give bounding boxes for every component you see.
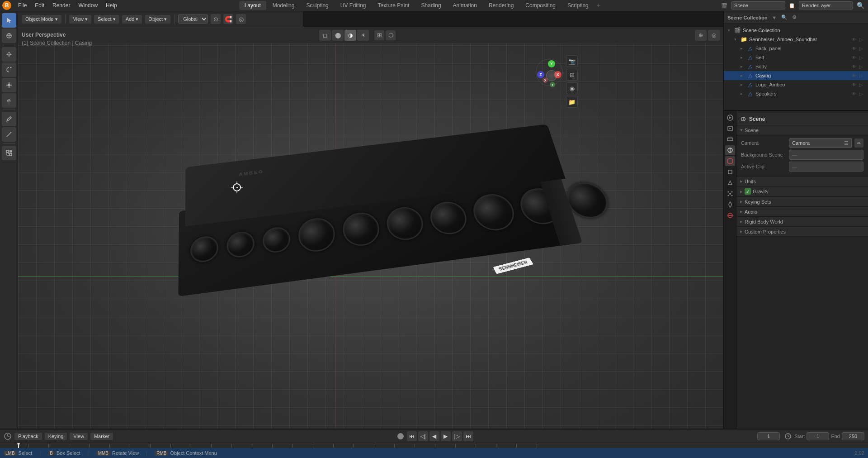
tab-scripting[interactable]: Scripting [562,1,594,10]
prop-clip-value[interactable]: — [789,162,863,172]
vis-eye-4[interactable]: 👁 [851,81,857,88]
tab-animation[interactable]: Animation [448,1,482,10]
prop-bg-value[interactable]: — [789,150,863,160]
prop-camera-edit-btn[interactable]: ✏ [854,138,863,148]
vis-tri-2[interactable]: ▷ [858,63,864,70]
3d-viewport[interactable]: ◻ ⬤ ◑ ☀ ⊞ ⬡ ⊕ ◎ User Perspective (1) Sce… [18,27,723,429]
play-btn[interactable]: ▶ [441,431,451,441]
outliner-search-icon[interactable]: 🔍 [780,14,788,22]
vis-tri-4[interactable]: ▷ [858,81,864,88]
menu-help[interactable]: Help [102,1,121,10]
prop-constraints-icon[interactable] [725,210,735,220]
outliner-item-root[interactable]: ▾ 🎬 Scene Collection [724,26,868,35]
outliner-item-casing[interactable]: ▸ △ Casing 👁 ▷ [724,71,868,80]
transform-space-dropdown[interactable]: Global [178,14,208,24]
collection-view-btn[interactable]: 📁 [566,96,578,108]
section-gravity-header[interactable]: ▸ ✓ Gravity [736,186,868,197]
object-menu[interactable]: Object ▾ [145,15,170,24]
tool-cursor[interactable] [2,29,16,43]
outliner-toggle-5[interactable]: ▸ [738,91,745,97]
search-icon[interactable]: 🔍 [857,2,864,9]
prop-object-icon[interactable] [725,167,735,177]
tool-transform[interactable]: ⊕ [2,93,16,108]
vis-eye-0[interactable]: 👁 [851,45,857,52]
vis-eye-5[interactable]: 👁 [851,91,857,97]
tab-shading[interactable]: Shading [416,1,447,10]
section-scene-header[interactable]: ▾ Scene [736,125,868,135]
outliner-item-body[interactable]: ▸ △ Body 👁 ▷ [724,62,868,71]
snap-toggle[interactable]: ⊕ [695,30,707,41]
section-custom-header[interactable]: ▸ Custom Properties [736,227,868,237]
end-frame-input[interactable] [842,432,864,440]
outliner-item-speakers[interactable]: ▸ △ Speakers 👁 ▷ [724,89,868,98]
menu-edit[interactable]: Edit [31,1,48,10]
keying-menu-btn[interactable]: Keying [45,433,67,440]
vis-tri-0[interactable]: ▷ [858,45,864,52]
add-menu[interactable]: Add ▾ [122,15,142,24]
record-btn[interactable] [397,433,404,439]
vis-eye-1[interactable]: 👁 [851,54,857,61]
mode-dropdown[interactable]: Object Mode ▾ [22,15,61,24]
gravity-checkbox[interactable]: ✓ [745,188,751,195]
tool-measure[interactable] [2,127,16,142]
tool-rotate[interactable] [2,62,16,77]
prop-physics-icon[interactable] [725,200,735,210]
vis-tri-5[interactable]: ▷ [858,91,864,97]
outliner-toggle-1[interactable]: ▸ [738,54,745,61]
prop-view-icon[interactable] [725,134,735,144]
section-rigidbody-header[interactable]: ▸ Rigid Body World [736,217,868,227]
tool-scale[interactable] [2,78,16,92]
snap-btn[interactable]: 🧲 [223,14,233,24]
orb-y-axis[interactable]: Y [548,60,555,67]
tab-texture-paint[interactable]: Texture Paint [373,1,415,10]
tool-select[interactable] [2,13,16,28]
outliner-toggle-3[interactable]: ▸ [738,72,745,79]
outliner-toggle-0[interactable]: ▸ [738,45,745,52]
outliner-item-belt[interactable]: ▸ △ Belt 👁 ▷ [724,53,868,62]
menu-render[interactable]: Render [49,1,74,10]
overlay-btn[interactable]: ⊞ [374,30,384,40]
orb-z-axis[interactable]: Z [537,71,544,78]
outliner-toggle-2[interactable]: ▸ [738,63,745,70]
tab-compositing[interactable]: Compositing [520,1,561,10]
vis-eye-3[interactable]: 👁 [851,72,857,79]
outliner-toggle-root[interactable]: ▾ [726,27,732,33]
current-frame-input[interactable] [757,432,780,440]
next-keyframe-btn[interactable]: |▷ [452,431,462,441]
prop-render-icon[interactable] [725,113,735,123]
add-workspace-btn[interactable]: + [595,1,603,10]
playback-menu-btn[interactable]: Playback [14,433,42,440]
play-reverse-btn[interactable]: ◀ [429,431,439,441]
vis-tri-1[interactable]: ▷ [858,54,864,61]
local-view-btn[interactable]: ◉ [566,82,578,94]
rendered-shading-btn[interactable]: ☀ [357,30,369,41]
section-keying-header[interactable]: ▸ Keying Sets [736,197,868,207]
transform-pivot-btn[interactable]: ⊙ [211,14,221,24]
outliner-filter-icon[interactable]: ▷ [858,36,864,43]
outliner-settings-icon[interactable]: ⚙ [790,14,798,22]
tab-rendering[interactable]: Rendering [483,1,519,10]
render-layer-input[interactable] [799,1,853,10]
solid-shading-btn[interactable]: ⬤ [332,30,344,41]
jump-end-btn[interactable]: ⏭ [463,431,473,441]
section-units-header[interactable]: ▸ Units [736,177,868,186]
orb-neg-y-axis[interactable]: Y [550,82,555,87]
prop-modifier-icon[interactable] [725,178,735,188]
prop-world-icon[interactable] [725,156,735,166]
view-menu[interactable]: View ▾ [69,15,91,24]
vis-tri-3[interactable]: ▷ [858,72,864,79]
prop-scene-icon[interactable] [725,145,735,155]
outliner-item-logo[interactable]: ▸ △ Logo_Ambeo 👁 ▷ [724,80,868,89]
tab-sculpting[interactable]: Sculpting [301,1,334,10]
section-audio-header[interactable]: ▸ Audio [736,207,868,217]
tab-uv-editing[interactable]: UV Editing [335,1,372,10]
vis-eye-2[interactable]: 👁 [851,63,857,70]
outliner-filter-icon[interactable]: ▼ [770,14,778,22]
prop-particles-icon[interactable] [725,189,735,199]
camera-perspective-btn[interactable]: 📷 [566,55,578,67]
outliner-toggle-4[interactable]: ▸ [738,81,745,88]
menu-window[interactable]: Window [75,1,101,10]
view-menu-btn[interactable]: View [70,433,88,440]
marker-menu-btn[interactable]: Marker [90,433,113,440]
menu-file[interactable]: File [14,1,30,10]
